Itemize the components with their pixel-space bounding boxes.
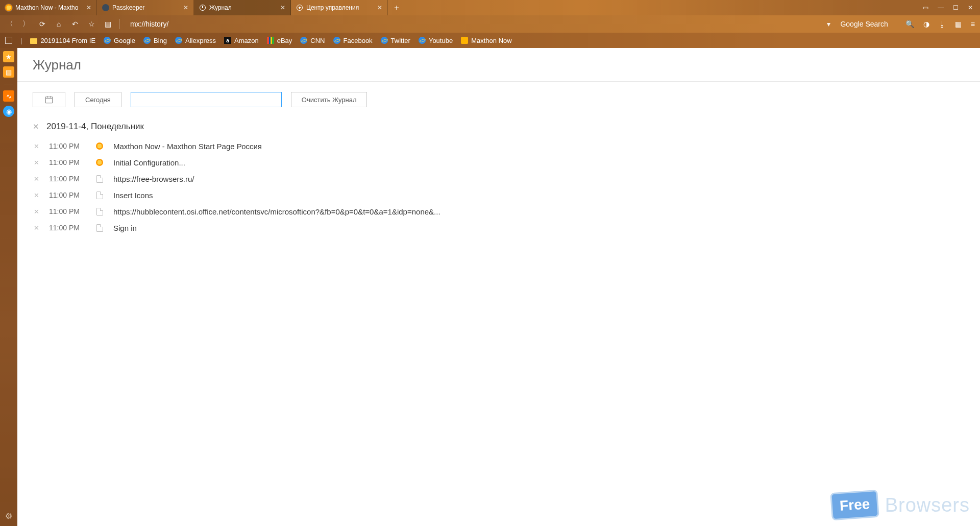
delete-entry-icon[interactable]: ✕: [33, 175, 40, 183]
bookmark-cnn[interactable]: CNN: [300, 37, 325, 44]
bookmark-twitter[interactable]: Twitter: [381, 37, 410, 44]
orb-rail-icon[interactable]: ◉: [3, 106, 14, 117]
bookmark-aliexpress[interactable]: Aliexpress: [175, 37, 216, 44]
tab-maxthon-now[interactable]: Maxthon Now - Maxtho ✕: [0, 0, 97, 15]
forward-button[interactable]: 〉: [21, 19, 31, 29]
bookmark-maxthon-now[interactable]: Maxthon Now: [461, 37, 511, 44]
notes-rail-icon[interactable]: ▤: [3, 66, 14, 78]
ie-icon: [381, 37, 388, 44]
watermark: Free Browsers: [831, 491, 970, 519]
delete-entry-icon[interactable]: ✕: [33, 159, 40, 166]
bookmarks-bar: | 20191104 From IE Google Bing Aliexpres…: [0, 33, 980, 48]
settings-rail-icon[interactable]: ⚙: [5, 511, 12, 521]
bookmark-label: Twitter: [391, 37, 410, 44]
entry-title: Maxthon Now - Maxthon Start Page Россия: [113, 142, 262, 151]
bookmark-youtube[interactable]: Youtube: [419, 37, 453, 44]
maxthon-icon: [461, 37, 468, 44]
bookmark-amazon[interactable]: aAmazon: [224, 37, 259, 44]
bookmark-google[interactable]: Google: [104, 37, 135, 44]
bookmark-label: Amazon: [234, 37, 259, 44]
entry-title: Initial Configuration...: [113, 158, 185, 167]
tab-control-center[interactable]: Центр управления ✕: [291, 0, 388, 15]
bookmark-label: Aliexpress: [185, 37, 216, 44]
ie-icon: [300, 37, 307, 44]
history-entry[interactable]: ✕11:00 PMhttps://free-browsers.ru/: [33, 171, 965, 187]
page-icon: [96, 224, 103, 232]
bookmark-bing[interactable]: Bing: [143, 37, 167, 44]
bookmark-label: Maxthon Now: [471, 37, 511, 44]
entry-title: https://free-browsers.ru/: [113, 175, 194, 183]
bookmark-folder[interactable]: 20191104 From IE: [30, 37, 95, 44]
close-icon[interactable]: ✕: [280, 4, 285, 11]
close-icon[interactable]: ✕: [377, 4, 382, 11]
history-day-group: ✕ 2019-11-4, Понедельник ✕11:00 PMMaxtho…: [33, 122, 965, 236]
entry-time: 11:00 PM: [49, 158, 86, 166]
today-button-label: Сегодня: [85, 96, 111, 104]
new-tab-button[interactable]: ＋: [388, 0, 405, 15]
undo-button[interactable]: ↶: [70, 20, 80, 28]
close-icon[interactable]: ✕: [86, 4, 91, 11]
bookmark-ebay[interactable]: eBay: [267, 37, 292, 44]
address-bar[interactable]: mx://history/: [130, 20, 168, 28]
close-window-icon[interactable]: ✕: [968, 4, 973, 11]
minimize-icon[interactable]: —: [938, 4, 944, 11]
sun-icon: [96, 142, 103, 150]
account-icon[interactable]: ◑: [923, 20, 929, 28]
tab-label: Центр управления: [306, 4, 374, 11]
favorites-rail-icon[interactable]: ★: [3, 51, 14, 62]
today-button[interactable]: Сегодня: [75, 92, 121, 107]
page-icon: [96, 192, 103, 199]
page-title: Журнал: [33, 57, 965, 73]
extensions-icon[interactable]: ▦: [955, 20, 962, 28]
back-button[interactable]: 〈: [5, 19, 14, 29]
page-icon: [96, 208, 103, 216]
ebay-icon: [267, 37, 274, 44]
calendar-button[interactable]: [33, 92, 65, 107]
entry-title: Sign in: [113, 224, 137, 232]
tab-history[interactable]: Журнал ✕: [194, 0, 291, 15]
bookmark-label: 20191104 From IE: [40, 37, 95, 44]
watermark-free: Free: [830, 490, 880, 520]
delete-day-icon[interactable]: ✕: [33, 122, 39, 131]
search-icon[interactable]: 🔍: [905, 20, 914, 28]
entry-title: https://hubblecontent.osi.office.net/con…: [113, 207, 440, 216]
svg-rect-0: [45, 97, 53, 103]
delete-entry-icon[interactable]: ✕: [33, 208, 40, 216]
history-entry[interactable]: ✕11:00 PMInsert Icons: [33, 187, 965, 203]
bookmark-label: CNN: [310, 37, 325, 44]
reload-button[interactable]: ⟳: [38, 20, 47, 28]
maximize-icon[interactable]: ☐: [953, 4, 959, 11]
bookmark-label: eBay: [277, 37, 292, 44]
entry-time: 11:00 PM: [49, 175, 86, 183]
key-icon: [102, 4, 109, 11]
history-search-input[interactable]: [131, 92, 282, 107]
bookmark-label: Google: [114, 37, 135, 44]
entry-title: Insert Icons: [113, 191, 153, 200]
ie-icon: [333, 37, 340, 44]
downloads-icon[interactable]: ⭳: [939, 20, 946, 28]
search-engine-label[interactable]: Google Search: [840, 20, 888, 28]
reader-button[interactable]: ▤: [103, 20, 112, 28]
window-controls: ▭ — ☐ ✕: [916, 0, 980, 15]
split-icon[interactable]: ▭: [923, 4, 928, 11]
sidebar-toggle-icon[interactable]: [5, 37, 12, 44]
calendar-icon: [44, 95, 54, 104]
history-entry[interactable]: ✕11:00 PMhttps://hubblecontent.osi.offic…: [33, 203, 965, 220]
delete-entry-icon[interactable]: ✕: [33, 192, 40, 199]
delete-entry-icon[interactable]: ✕: [33, 142, 40, 150]
history-entry[interactable]: ✕11:00 PMInitial Configuration...: [33, 154, 965, 171]
history-entry[interactable]: ✕11:00 PMSign in: [33, 220, 965, 236]
bookmark-facebook[interactable]: Facebook: [333, 37, 373, 44]
favorite-button[interactable]: ☆: [87, 20, 96, 28]
bookmark-label: Youtube: [429, 37, 453, 44]
clear-history-button[interactable]: Очистить Журнал: [291, 92, 368, 107]
rss-rail-icon[interactable]: ∿: [3, 90, 14, 102]
menu-icon[interactable]: ≡: [971, 20, 975, 28]
delete-entry-icon[interactable]: ✕: [33, 224, 40, 232]
home-button[interactable]: ⌂: [54, 20, 63, 28]
history-entry[interactable]: ✕11:00 PMMaxthon Now - Maxthon Start Pag…: [33, 138, 965, 154]
close-icon[interactable]: ✕: [183, 4, 188, 11]
tab-bar: Maxthon Now - Maxtho ✕ Passkeeper ✕ Журн…: [0, 0, 980, 15]
tab-passkeeper[interactable]: Passkeeper ✕: [97, 0, 194, 15]
dropdown-icon[interactable]: ▾: [824, 20, 833, 28]
